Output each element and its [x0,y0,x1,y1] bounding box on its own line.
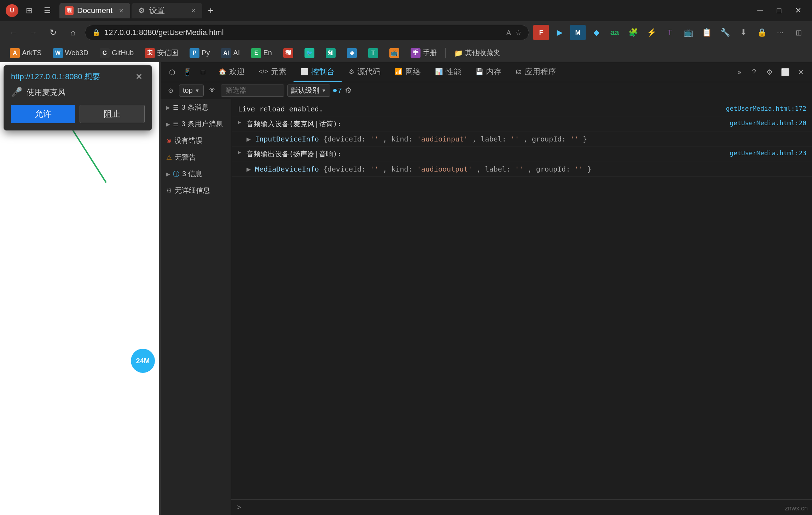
application-icon: 🗂 [516,68,522,75]
toolbar-more[interactable]: ··· [772,25,788,40]
devtools-close-icon[interactable]: ✕ [794,65,808,79]
devtools-tab-sources[interactable]: ⚙ 源代码 [342,62,388,82]
log-text-audio-output: 音频输出设备(扬声器|音响): [246,149,725,159]
devtools-tab-memory[interactable]: 💾 内存 [468,62,509,82]
popup-close-button[interactable]: ✕ [133,71,145,82]
devtools-inspect-icon[interactable]: ⬡ [165,65,179,79]
bookmark-github-label: GitHub [112,49,134,57]
devtools-settings-icon[interactable]: ⚙ [762,65,777,79]
log-entry-audio-output: ▶ 音频输出设备(扬声器|音响): getUserMedia.html:23 [231,146,812,162]
toolbar-icon-ext2[interactable]: ⚡ [644,25,659,40]
performance-icon: 📊 [435,68,443,76]
toolbar-icon-diamond[interactable]: ◆ [588,25,604,40]
top-dropdown[interactable]: top ▼ [179,85,204,97]
allow-button[interactable]: 允许 [11,105,75,123]
tab-document-close[interactable]: ✕ [117,7,124,14]
toolbar-icon-green[interactable]: aa [607,25,622,40]
bookmark-more-folder[interactable]: 📁 其他收藏夹 [450,47,505,59]
log-text-media-device-info: ▶ MediaDeviceInfo {deviceId: '' , kind: … [246,165,806,173]
bookmark-en[interactable]: E En [247,47,276,59]
bookmark-shouce[interactable]: 手 手册 [406,47,441,59]
bookmark-anxinguo[interactable]: 安 安信国 [141,47,182,59]
sidebar-item-no-warnings[interactable]: ⚠ 无警告 [161,149,231,166]
console-toolbar: ⊘ top ▼ 👁 默认级别 ▼ 7 ⚙ [161,82,812,99]
toolbar-icon-ext6[interactable]: 🔧 [717,25,733,40]
devtools-tab-welcome[interactable]: 🏠 欢迎 [211,62,252,82]
toolbar-icon-red[interactable]: F [533,25,549,40]
minimize-button[interactable]: ─ [752,2,768,19]
bookmark-arkts[interactable]: A ArkTS [6,47,46,59]
forward-button[interactable]: → [25,25,41,40]
home-button[interactable]: ⌂ [65,25,81,40]
sidebar-item-no-errors[interactable]: ⊗ 没有错误 [161,132,231,149]
address-bar-row: ← → ↻ ⌂ 🔒 127.0.0.1:8080/getUserMedia.ht… [0,21,812,44]
devtools-panel: ⬡ 📱 □ 🏠 欢迎 </> 元素 ⬜ 控制台 [161,62,812,515]
audio-output-toggle[interactable]: ▶ [238,149,241,155]
sidebar-arrow-1: ▶ [166,105,170,110]
toolbar-icon-ext5[interactable]: 📋 [699,25,714,40]
sidebar-item-3messages[interactable]: ▶ ☰ 3 条消息 [161,99,231,116]
filter-input[interactable] [221,85,284,97]
console-eye-icon[interactable]: 👁 [207,85,218,96]
bookmark-py[interactable]: P Py [185,47,214,59]
toolbar-icon-ext1[interactable]: 🧩 [625,25,641,40]
tab-grid-icon[interactable]: ⊞ [21,3,37,18]
devtools-tab-console[interactable]: ⬜ 控制台 [294,62,342,82]
devtools-tab-elements[interactable]: </> 元素 [252,62,294,82]
toolbar-icon-play[interactable]: ▶ [552,25,567,40]
audio-input-toggle[interactable]: ▶ [238,119,241,125]
back-button[interactable]: ← [6,25,21,40]
favorite-icon[interactable]: ☆ [515,28,522,37]
toolbar-icon-ext3[interactable]: T [662,25,678,40]
console-gear-icon[interactable]: ⚙ [345,86,352,95]
toolbar-icon-ext7[interactable]: 🔒 [754,25,770,40]
toolbar-sidebar-toggle[interactable]: ◫ [791,25,806,40]
devtools-tab-network[interactable]: 📶 网络 [388,62,428,82]
devtools-tab-application[interactable]: 🗂 应用程序 [509,62,563,82]
user-avatar[interactable]: U [6,4,18,17]
bookmark-bird[interactable]: 🐦 [300,47,319,59]
new-tab-button[interactable]: + [204,4,218,18]
devtools-overlay-icon[interactable]: □ [196,65,210,79]
bookmark-ai[interactable]: AI AI [217,47,244,59]
close-button[interactable]: ✕ [790,2,806,19]
console-input[interactable] [244,503,806,512]
log-source-live-reload[interactable]: getUserMedia.html:172 [726,105,806,112]
reload-button[interactable]: ↻ [45,25,61,40]
sidebar-item-3info[interactable]: ▶ ⓘ 3 信息 [161,166,231,182]
devtools-device-icon[interactable]: 📱 [180,65,195,79]
bookmark-github[interactable]: G GitHub [95,47,138,59]
bookmark-ext3[interactable]: 📺 [385,47,404,59]
block-button[interactable]: 阻止 [80,105,145,123]
translate-icon[interactable]: A [506,29,511,37]
bookmark-cheng[interactable]: 程 [279,47,297,59]
devtools-dock-icon[interactable]: ⬜ [778,65,792,79]
toolbar-icon-download[interactable]: ⬇ [736,25,751,40]
toolbar-icon-blue[interactable]: M [570,25,586,40]
tab-settings[interactable]: ⚙ 设置 ✕ [132,3,202,18]
tab-settings-title: 设置 [149,5,186,16]
address-bar[interactable]: 🔒 127.0.0.1:8080/getUserMedia.html A ☆ [85,25,529,40]
watermark: znwx.cn [785,505,808,512]
browser-menu-icon[interactable]: ☰ [40,3,55,18]
console-ban-icon[interactable]: ⊘ [165,85,176,96]
devtools-right-icons: » ? ⚙ ⬜ ✕ [733,65,808,79]
devtools-tab-performance[interactable]: 📊 性能 [428,62,468,82]
bookmark-zhi[interactable]: 知 [321,47,340,59]
bookmark-ext2[interactable]: T [364,47,382,59]
tab-document[interactable]: 程 Document ✕ [59,3,130,18]
log-source-audio-input[interactable]: getUserMedia.html:20 [730,119,806,127]
maximize-button[interactable]: □ [771,2,787,19]
tab-performance-label: 性能 [446,66,461,77]
toolbar-icon-ext4[interactable]: 📺 [680,25,696,40]
sidebar-item-no-detail[interactable]: ⚙ 无详细信息 [161,182,231,199]
level-dropdown[interactable]: 默认级别 ▼ [287,85,330,97]
bookmark-ext1[interactable]: ◈ [343,47,361,59]
bookmark-web3d[interactable]: W Web3D [49,47,93,59]
devtools-more-button[interactable]: » [733,68,746,76]
log-source-audio-output[interactable]: getUserMedia.html:23 [730,149,806,157]
sidebar-item-3user[interactable]: ▶ ☰ 3 条用户消息 [161,116,231,132]
permission-popup: http://127.0.0.1:8080 想要 ✕ 🎤 使用麦克风 允许 阻止 [4,65,152,131]
tab-settings-close[interactable]: ✕ [190,7,197,14]
devtools-help-icon[interactable]: ? [747,65,761,79]
